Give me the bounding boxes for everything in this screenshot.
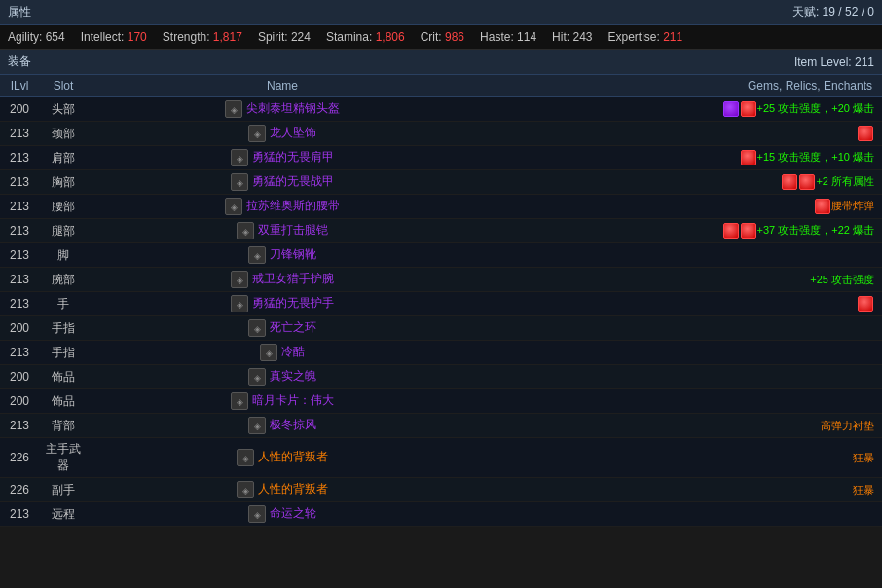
item-icon: ◈ — [231, 295, 248, 312]
item-link[interactable]: 真实之魄 — [270, 369, 316, 383]
item-ilvl: 200 — [0, 365, 39, 389]
item-link[interactable]: 冷酷 — [281, 345, 305, 358]
item-link[interactable]: 勇猛的无畏肩甲 — [252, 150, 334, 164]
item-slot: 腕部 — [39, 268, 88, 292]
item-name[interactable]: ◈双重打击腿铠 — [88, 219, 477, 243]
table-row[interactable]: 213手指◈冷酷 — [0, 341, 882, 365]
item-slot: 脚 — [39, 243, 88, 268]
item-name[interactable]: ◈尖刺泰坦精钢头盔 — [88, 97, 477, 122]
item-icon: ◈ — [237, 222, 254, 239]
item-slot: 肩部 — [39, 146, 88, 170]
item-name[interactable]: ◈拉苏维奥斯的腰带 — [88, 195, 477, 219]
item-link[interactable]: 人性的背叛者 — [258, 450, 328, 463]
item-gems-enchants: +25 攻击强度 — [477, 268, 882, 292]
enchant-text: +15 攻击强度，+10 爆击 — [757, 151, 874, 163]
item-icon: ◈ — [248, 246, 266, 264]
item-gems-enchants: 狂暴 — [477, 438, 882, 478]
item-gems-enchants — [477, 292, 882, 316]
col-name: Name — [88, 75, 477, 97]
table-row[interactable]: 226副手◈人性的背叛者狂暴 — [0, 478, 882, 502]
item-link[interactable]: 勇猛的无畏战甲 — [252, 174, 334, 188]
item-link[interactable]: 戒卫女猎手护腕 — [252, 272, 334, 285]
item-gems-enchants — [477, 122, 882, 146]
table-row[interactable]: 213颈部◈龙人坠饰 — [0, 122, 882, 146]
item-name[interactable]: ◈勇猛的无畏战甲 — [88, 170, 477, 195]
item-icon: ◈ — [231, 271, 248, 288]
item-gems-enchants — [477, 502, 882, 527]
table-row[interactable]: 213腕部◈戒卫女猎手护腕+25 攻击强度 — [0, 268, 882, 292]
item-link[interactable]: 人性的背叛者 — [258, 482, 328, 496]
item-link[interactable]: 死亡之环 — [270, 320, 316, 334]
table-row[interactable]: 213腿部◈双重打击腿铠+37 攻击强度，+22 爆击 — [0, 219, 882, 243]
table-row[interactable]: 213腰部◈拉苏维奥斯的腰带腰带炸弹 — [0, 195, 882, 219]
item-name[interactable]: ◈人性的背叛者 — [88, 438, 477, 478]
item-name[interactable]: ◈刀锋钢靴 — [88, 243, 477, 268]
table-row[interactable]: 200手指◈死亡之环 — [0, 316, 882, 341]
table-row[interactable]: 200饰品◈真实之魄 — [0, 365, 882, 389]
item-name[interactable]: ◈暗月卡片：伟大 — [88, 389, 477, 414]
item-name[interactable]: ◈勇猛的无畏肩甲 — [88, 146, 477, 170]
table-row[interactable]: 200饰品◈暗月卡片：伟大 — [0, 389, 882, 414]
item-slot: 腰部 — [39, 195, 88, 219]
stats-bar: Agility: 654 Intellect: 170 Strength: 1,… — [0, 25, 882, 50]
enchant-text: +37 攻击强度，+22 爆击 — [757, 224, 874, 236]
item-link[interactable]: 极冬掠风 — [270, 418, 316, 431]
item-icon: ◈ — [248, 319, 266, 337]
table-row[interactable]: 213脚◈刀锋钢靴 — [0, 243, 882, 268]
item-ilvl: 213 — [0, 195, 39, 219]
item-link[interactable]: 尖刺泰坦精钢头盔 — [246, 101, 340, 115]
gem-icon — [815, 199, 830, 214]
item-name[interactable]: ◈勇猛的无畏护手 — [88, 292, 477, 316]
item-ilvl: 200 — [0, 97, 39, 122]
item-name[interactable]: ◈人性的背叛者 — [88, 478, 477, 502]
item-slot: 腿部 — [39, 219, 88, 243]
item-icon: ◈ — [248, 125, 266, 142]
item-icon: ◈ — [231, 149, 248, 166]
item-gems-enchants — [477, 365, 882, 389]
item-gems-enchants: 高弹力衬垫 — [477, 414, 882, 438]
item-name[interactable]: ◈死亡之环 — [88, 316, 477, 341]
item-gems-enchants: +37 攻击强度，+22 爆击 — [477, 219, 882, 243]
item-gems-enchants: +25 攻击强度，+20 爆击 — [477, 97, 882, 122]
table-row[interactable]: 213胸部◈勇猛的无畏战甲+2 所有属性 — [0, 170, 882, 195]
table-row[interactable]: 213背部◈极冬掠风高弹力衬垫 — [0, 414, 882, 438]
item-link[interactable]: 命运之轮 — [270, 506, 316, 520]
item-name[interactable]: ◈戒卫女猎手护腕 — [88, 268, 477, 292]
item-ilvl: 226 — [0, 478, 39, 502]
item-name[interactable]: ◈极冬掠风 — [88, 414, 477, 438]
gem-icon — [741, 101, 756, 117]
table-row[interactable]: 226主手武器◈人性的背叛者狂暴 — [0, 438, 882, 478]
item-gems-enchants: +15 攻击强度，+10 爆击 — [477, 146, 882, 170]
item-ilvl: 200 — [0, 316, 39, 341]
item-gems-enchants: 狂暴 — [477, 478, 882, 502]
item-ilvl: 213 — [0, 502, 39, 527]
item-slot: 头部 — [39, 97, 88, 122]
item-name[interactable]: ◈命运之轮 — [88, 502, 477, 527]
item-name[interactable]: ◈冷酷 — [88, 341, 477, 365]
item-icon: ◈ — [225, 198, 242, 215]
equipment-table: ILvl Slot Name Gems, Relics, Enchants 20… — [0, 75, 882, 527]
table-row[interactable]: 213肩部◈勇猛的无畏肩甲+15 攻击强度，+10 爆击 — [0, 146, 882, 170]
item-gems-enchants — [477, 243, 882, 268]
table-row[interactable]: 213手◈勇猛的无畏护手 — [0, 292, 882, 316]
haste-stat: Haste: 114 — [480, 30, 536, 44]
item-link[interactable]: 勇猛的无畏护手 — [252, 296, 334, 310]
item-name[interactable]: ◈真实之魄 — [88, 365, 477, 389]
item-slot: 主手武器 — [39, 438, 88, 478]
item-slot: 饰品 — [39, 389, 88, 414]
table-row[interactable]: 200头部◈尖刺泰坦精钢头盔+25 攻击强度，+20 爆击 — [0, 97, 882, 122]
col-ilvl: ILvl — [0, 75, 39, 97]
item-link[interactable]: 龙人坠饰 — [270, 126, 316, 139]
equip-title: 装备 — [8, 54, 31, 70]
item-gems-enchants — [477, 316, 882, 341]
item-link[interactable]: 刀锋钢靴 — [270, 247, 316, 261]
gem-icon — [782, 174, 797, 190]
item-name[interactable]: ◈龙人坠饰 — [88, 122, 477, 146]
item-link[interactable]: 暗月卡片：伟大 — [252, 393, 334, 407]
table-row[interactable]: 213远程◈命运之轮 — [0, 502, 882, 527]
item-link[interactable]: 双重打击腿铠 — [258, 223, 328, 237]
gem-icon — [799, 174, 815, 190]
item-icon: ◈ — [237, 481, 254, 498]
item-link[interactable]: 拉苏维奥斯的腰带 — [246, 199, 340, 212]
item-icon: ◈ — [248, 368, 266, 386]
